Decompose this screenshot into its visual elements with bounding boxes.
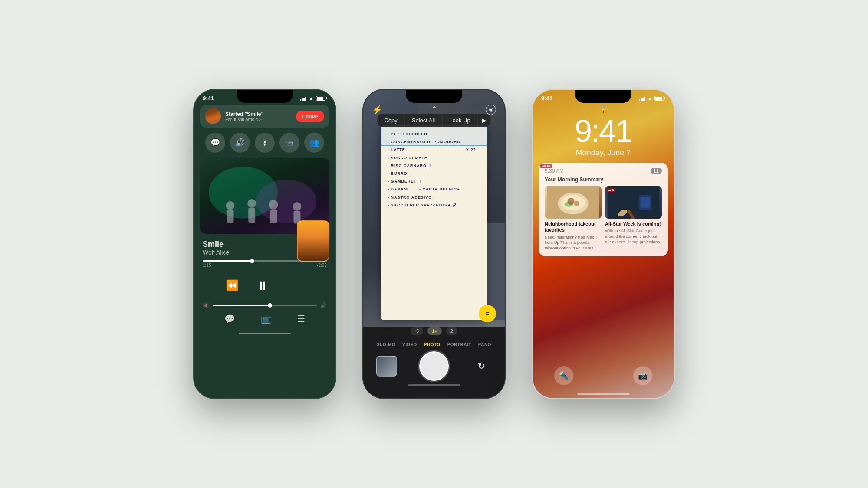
mode-portrait[interactable]: PORTRAIT [447,342,471,347]
playback-area: ⏪ ⏸ [194,270,335,301]
lock-time: 9:41 [533,115,674,147]
p3-battery-tip [664,97,665,99]
phones-container: 9:41 ▲ [193,89,675,399]
p3-status-icons: ▲ [639,96,665,101]
mode-pano[interactable]: PANO [478,342,491,347]
svg-point-1 [256,180,316,223]
look-up-button[interactable]: Look Up [442,114,477,127]
song-title: Smile [203,240,229,249]
signal-bar-4 [305,97,306,101]
person-button[interactable]: 👥 [304,133,324,153]
airplay-button[interactable]: 📺 [261,314,272,324]
news2-headline: All-Star Week is coming! [605,221,662,227]
svg-point-8 [293,202,302,211]
mode-photo[interactable]: PHOTO [424,342,441,347]
zoom-05-button[interactable]: ·5 [411,327,423,335]
live-photo-icon[interactable]: ◉ [486,105,496,115]
time-labels: 1:15 -2:02 [203,263,327,268]
svg-rect-5 [248,208,255,223]
home-indicator-3 [577,393,629,395]
news-item-1[interactable]: NEWS Neighborhood takeout favorites Need… [545,186,602,251]
song-text: Smile Wolf Alice [203,240,229,256]
mic-button[interactable]: 🎙 [255,133,275,153]
lyrics-button[interactable]: 💬 [224,314,235,324]
chat-button[interactable]: 💬 [205,133,225,153]
time-remaining: -2:02 [317,263,327,268]
volume-icon: 🔊 [235,138,245,147]
progress-dot [250,259,254,263]
live-text-button[interactable]: ≡ [479,305,496,322]
video-person-image [298,221,329,261]
volume-row: 🔇 🔊 [194,301,335,310]
news-item-2[interactable]: ☰★ All-Star Week is coming! With the All… [605,186,662,251]
video-thumbnail[interactable] [297,220,329,262]
svg-rect-21 [641,197,650,208]
phone2-screen: - PETTI DI POLLO - CONCENTRATO DI POMODO… [363,90,505,398]
camera-button[interactable]: 📷 [633,366,652,385]
ocr-selection [381,124,487,146]
zoom-2x-button[interactable]: 2 [446,327,457,335]
leave-button[interactable]: Leave [296,111,324,122]
flashlight-icon: 🔦 [559,371,569,380]
svg-point-4 [247,199,256,208]
battery-tip [326,97,327,99]
lockscreen-tools: 🔦 📷 [533,366,674,385]
pause-button[interactable]: ⏸ [252,275,273,296]
photo-thumbnail[interactable] [376,356,397,377]
note-line-7: - GAMBERETTI [388,178,480,185]
flip-camera-button[interactable]: ↻ [471,356,492,377]
home-indicator-2 [408,384,460,386]
notif-title: Your Morning Summary [545,177,662,183]
source-badge-2: ☰★ [607,188,615,192]
note-line-9: - NASTRO ADESIVO [388,194,480,201]
mic-icon: 🎙 [261,138,269,147]
shutter-button[interactable] [419,351,449,381]
svg-point-2 [226,201,235,210]
copy-button[interactable]: Copy [377,114,404,127]
notif-header: 9:30 AM 11 [545,168,662,174]
video-icon: 📹 [286,139,293,146]
zoom-buttons: ·5 1× 2 [411,327,457,335]
banner-text: Started "Smile" For Justin Arnold > [225,111,292,122]
notification-card[interactable]: 9:30 AM 11 Your Morning Summary [539,163,668,256]
zoom-1x-button[interactable]: 1× [427,327,442,335]
facetime-controls: 💬 🔊 🎙 📹 👥 [194,129,335,156]
facetime-banner[interactable]: Started "Smile" For Justin Arnold > Leav… [200,105,329,128]
queue-button[interactable]: ☰ [297,314,305,324]
notif-time: 9:30 AM [545,168,564,174]
notch-3 [575,90,631,103]
note-line-5: - RISO CARNAROLI [388,162,480,169]
svg-point-6 [269,200,278,210]
camera-controls: ↻ [363,350,505,383]
volume-bar[interactable] [213,305,317,306]
signal-bar-2 [302,98,303,101]
progress-fill [203,260,252,262]
news1-desc: Need inspiration? Kea Mao from Up Thai i… [545,235,602,251]
select-all-button[interactable]: Select All [405,114,442,127]
source-badge-1: NEWS [540,164,552,168]
mode-video[interactable]: VIDEO [402,342,417,347]
signal-bar-c [642,98,644,101]
mode-slomo[interactable]: SLO-MO [377,342,395,347]
bottom-icons: 💬 📺 ☰ [194,310,335,331]
notif-badge: 11 [651,168,662,174]
time-elapsed: 1:15 [203,263,211,268]
p3-battery-fill [655,97,662,100]
camera-bottom: ·5 1× 2 SLO-MO VIDEO PHOTO PORTRAIT PANO [363,327,505,398]
video-button[interactable]: 📹 [279,133,299,153]
p3-battery-body [654,96,664,101]
volume-low-icon: 🔇 [203,302,209,308]
signal-bars [300,96,306,101]
banner-sub: For Justin Arnold > [225,117,292,122]
phone1-screen: 9:41 ▲ [194,90,335,398]
more-arrow[interactable]: ▶ [478,114,491,127]
note-line-8: - BANANE - CARTA IGIENICA [388,186,480,193]
note-line-3: - LATTE x 2? [388,146,480,153]
news2-desc: With the All-Star Game just around the c… [605,228,662,245]
rewind-button[interactable]: ⏪ [226,279,239,291]
battery-body [316,96,326,101]
note-line-4: - SUCCO DI MELE [388,154,480,161]
volume-button[interactable]: 🔊 [230,133,250,153]
flashlight-button[interactable]: 🔦 [554,366,573,385]
volume-fill [213,305,270,306]
